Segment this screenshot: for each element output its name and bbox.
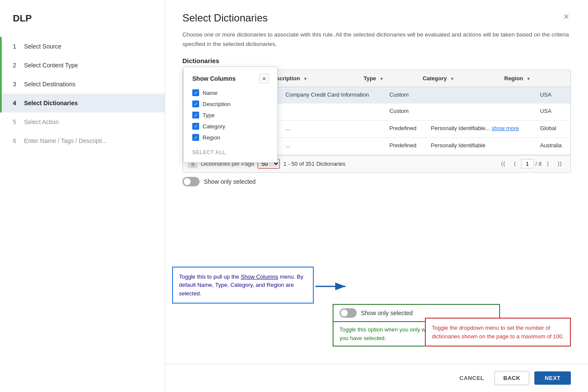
row-desc-4: ...	[280, 137, 384, 155]
blue-arrow	[315, 280, 350, 294]
col-type-label: Type	[364, 75, 376, 82]
col-desc-sort-icon: ▼	[303, 76, 308, 81]
next-button[interactable]: NEXT	[534, 371, 571, 385]
row-region-1: USA	[535, 87, 570, 103]
prev-page-button[interactable]: ⟨	[510, 159, 519, 169]
col-checkbox-type: ✓	[192, 112, 199, 119]
cancel-button[interactable]: CANCEL	[455, 371, 489, 385]
row-desc-3: ...	[280, 120, 384, 137]
step-num-5: 5	[13, 119, 20, 125]
sidebar-item-enter-name[interactable]: 6 Enter Name / Tags / Descripti...	[0, 131, 165, 150]
step-label-1: Select Source	[24, 43, 61, 50]
row-cat-4: Personally Identifiable	[426, 137, 535, 155]
step-num-1: 1	[13, 43, 20, 50]
step-num-6: 6	[13, 137, 20, 144]
show-more-link-3[interactable]: show more	[491, 125, 519, 131]
show-only-selected-label: Show only selected	[204, 178, 256, 185]
col-option-label-cat: Category	[203, 123, 225, 130]
col-checkbox-region: ✓	[192, 134, 199, 141]
step-label-3: Select Destinations	[24, 81, 76, 88]
step-label-5: Select Action	[24, 119, 59, 125]
pagination-info: 1 - 50 of 351 Dictionaries	[283, 161, 346, 167]
close-button[interactable]: ×	[562, 12, 571, 21]
row-type-3: Predefined	[384, 120, 425, 137]
row-desc-2	[280, 103, 384, 120]
main-footer: CANCEL BACK NEXT	[165, 364, 588, 392]
show-only-selected-row: Show only selected	[182, 173, 571, 186]
show-columns-close-button[interactable]: ✕	[259, 74, 269, 83]
show-columns-dropdown: Show Columns ✕ ✓ Name ✓ Description ✓ Ty…	[183, 67, 278, 163]
page-total: / 8	[536, 161, 542, 167]
row-type-2: Custom	[384, 103, 425, 120]
col-option-label-type: Type	[203, 112, 215, 119]
col-header-category[interactable]: Category ▼	[418, 70, 499, 87]
back-button[interactable]: BACK	[494, 371, 530, 385]
page-description: Choose one or more dictionaries to assoc…	[165, 24, 588, 49]
sidebar-item-select-dictionaries[interactable]: 4 Select Dictionaries	[0, 94, 165, 112]
main-content: Select Dictionaries × Choose one or more…	[165, 0, 588, 392]
col-checkbox-description: ✓	[192, 100, 199, 107]
sidebar-item-select-content-type[interactable]: 2 Select Content Type	[0, 56, 165, 75]
red-annotation-box: Toggle the dropdown menu to set the numb…	[425, 318, 571, 346]
main-body: Dictionaries Name ▼ Description	[165, 49, 588, 364]
show-only-selected-toggle[interactable]	[182, 177, 200, 186]
red-annotation-text: Toggle the dropdown menu to set the numb…	[432, 325, 564, 340]
row-region-3: Global	[535, 120, 570, 137]
select-all-columns-button[interactable]: SELECT ALL	[192, 149, 226, 155]
blue-annotation-box: Toggle this to pull up the Show Columns …	[172, 267, 314, 304]
column-option-region[interactable]: ✓ Region	[192, 134, 269, 141]
sidebar-item-select-source[interactable]: 1 Select Source	[0, 37, 165, 56]
column-option-name[interactable]: ✓ Name	[192, 89, 269, 96]
page-title: Select Dictionaries	[182, 12, 268, 24]
first-page-button[interactable]: ⟨⟨	[497, 159, 509, 169]
row-cat-2	[426, 103, 535, 120]
pagination-controls: ⟨⟨ ⟨ / 8 ⟩ ⟩⟩	[497, 159, 565, 169]
step-num-4: 4	[13, 100, 20, 106]
row-desc-1: Company Credit Card Information	[280, 87, 384, 103]
step-label-2: Select Content Type	[24, 62, 78, 69]
col-region-label: Region	[504, 75, 523, 82]
sidebar-title: DLP	[0, 13, 165, 37]
col-header-region[interactable]: Region ▼	[499, 70, 570, 87]
green-show-selected-label: Show only selected	[361, 310, 413, 316]
row-region-2: USA	[535, 103, 570, 120]
show-columns-title: Show Columns ✕	[192, 74, 269, 83]
dictionaries-section-label: Dictionaries	[182, 57, 571, 64]
col-header-type[interactable]: Type ▼	[358, 70, 418, 87]
col-header-description[interactable]: Description ▼	[264, 70, 358, 87]
row-cat-3: Personally Identifiable... show more	[426, 120, 535, 137]
step-label-6: Enter Name / Tags / Descripti...	[24, 137, 107, 144]
column-option-category[interactable]: ✓ Category	[192, 123, 269, 130]
page-number-input[interactable]	[521, 159, 534, 168]
row-type-4: Predefined	[384, 137, 425, 155]
col-checkbox-name: ✓	[192, 89, 199, 96]
row-type-1: Custom	[384, 87, 425, 103]
green-toggle-preview	[339, 308, 357, 318]
col-option-label-desc: Description	[203, 101, 230, 107]
show-columns-link[interactable]: Show Columns	[241, 273, 278, 280]
row-region-4: Australia	[535, 137, 570, 155]
column-option-description[interactable]: ✓ Description	[192, 100, 269, 107]
step-num-3: 3	[13, 81, 20, 88]
col-type-sort-icon: ▼	[379, 76, 384, 81]
last-page-button[interactable]: ⟩⟩	[554, 159, 565, 169]
step-label-4: Select Dictionaries	[24, 100, 78, 106]
column-option-type[interactable]: ✓ Type	[192, 112, 269, 119]
sidebar-item-select-destinations[interactable]: 3 Select Destinations	[0, 75, 165, 94]
toggle-knob	[184, 178, 191, 185]
sidebar-item-select-action[interactable]: 5 Select Action	[0, 112, 165, 131]
col-option-label-region: Region	[203, 134, 220, 141]
step-num-2: 2	[13, 62, 20, 69]
col-option-label-name: Name	[203, 90, 218, 96]
col-cat-label: Category	[423, 75, 447, 82]
main-header: Select Dictionaries ×	[165, 0, 588, 24]
col-cat-sort-icon: ▼	[450, 76, 455, 81]
sidebar-steps: 1 Select Source 2 Select Content Type 3 …	[0, 37, 165, 150]
col-region-sort-icon: ▼	[526, 76, 530, 81]
sidebar: DLP 1 Select Source 2 Select Content Typ…	[0, 0, 165, 392]
col-checkbox-category: ✓	[192, 123, 199, 130]
row-cat-1	[426, 87, 535, 103]
next-page-button[interactable]: ⟩	[543, 159, 552, 169]
